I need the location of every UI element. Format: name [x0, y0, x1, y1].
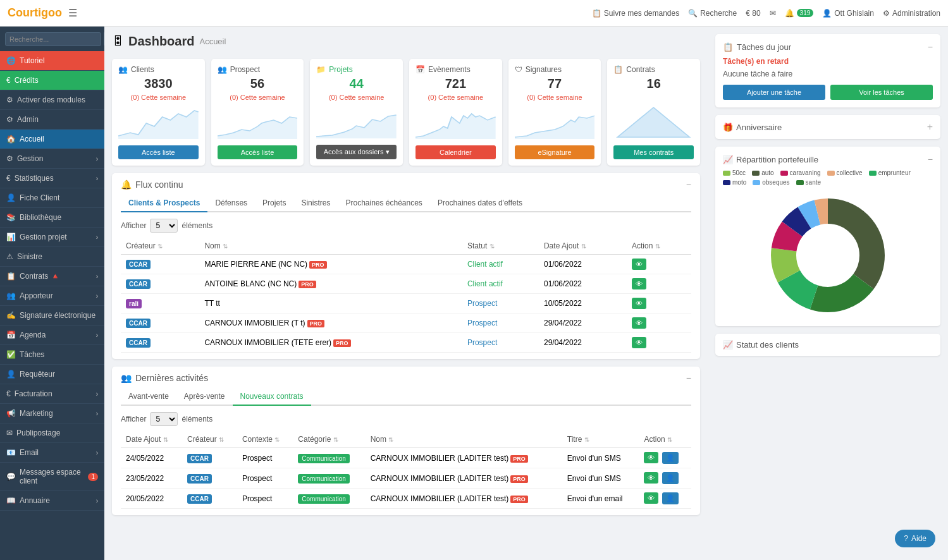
sidebar-item-annuaire[interactable]: 📖 Annuaire › — [0, 491, 104, 511]
prospect-btn[interactable]: Accès liste — [218, 145, 298, 159]
tab-projets[interactable]: Projets — [255, 195, 293, 212]
chevron-right-icon-email: › — [96, 449, 98, 456]
tab-apres-vente[interactable]: Après-vente — [176, 388, 233, 406]
sidebar-item-gestion-projet[interactable]: 📊 Gestion projet › — [0, 228, 104, 247]
pro-badge: PRO — [333, 339, 351, 347]
tab-sinistres[interactable]: Sinistres — [293, 195, 338, 212]
sidebar-item-statistiques[interactable]: € Statistiques › — [0, 169, 104, 188]
legend-auto: auto — [752, 169, 773, 176]
portfolio-close-icon[interactable]: − — [928, 154, 933, 164]
sidebar-item-marketing[interactable]: 📢 Marketing › — [0, 404, 104, 423]
user-act-btn[interactable]: 👤 — [662, 452, 679, 464]
search-input[interactable] — [5, 32, 101, 46]
cell-name: CARNOUX IMMOBILIER (T t)PRO — [199, 313, 462, 333]
client-icon: 👤 — [6, 193, 16, 202]
tab-dates-effets[interactable]: Prochaines dates d'effets — [430, 195, 530, 212]
sidebar-item-accueil[interactable]: 🏠 Accueil — [0, 130, 104, 149]
sidebar-item-credits[interactable]: € Crédits — [0, 71, 104, 90]
hamburger-icon[interactable]: ☰ — [68, 7, 77, 19]
portfolio-legend: 50cc auto caravaning collective emprunte… — [723, 169, 933, 186]
cell-date: 01/06/2022 — [539, 255, 627, 274]
recherche-btn[interactable]: 🔍 Recherche — [688, 9, 737, 18]
table-row: CCAR ANTOINE BLANC (NC NC)PRO Client act… — [121, 274, 691, 294]
creator-badge: CCAR — [126, 319, 151, 328]
cell-date: 01/06/2022 — [539, 274, 627, 294]
flux-show-select[interactable]: 51025 — [150, 219, 178, 233]
status-icon: 📈 — [723, 340, 733, 350]
signatures-btn[interactable]: eSignature — [515, 145, 595, 159]
view-btn[interactable]: 👁 — [632, 317, 646, 329]
sidebar-item-admin[interactable]: ⚙ Admin — [0, 110, 104, 130]
view-btn[interactable]: 👁 — [632, 278, 646, 289]
sidebar-item-bibliotheque[interactable]: 📚 Bibliothèque — [0, 208, 104, 228]
tasks-close-icon[interactable]: − — [928, 42, 933, 52]
sort-date-icon[interactable]: ⇅ — [581, 243, 586, 250]
stat-card-signatures: 🛡 Signatures 77 (0) Cette semaine eSigna… — [508, 59, 601, 166]
clients-btn[interactable]: Accès liste — [118, 145, 199, 159]
view-act-btn[interactable]: 👁 — [644, 492, 658, 504]
admin-menu[interactable]: ⚙ Administration — [883, 9, 940, 18]
view-act-btn[interactable]: 👁 — [644, 472, 658, 484]
sidebar-item-modules[interactable]: ⚙ Activer des modules — [0, 90, 104, 110]
suivre-demandes[interactable]: 📋 Suivre mes demandes — [592, 9, 679, 18]
sidebar-item-fiche-client[interactable]: 👤 Fiche Client — [0, 188, 104, 208]
view-btn[interactable]: 👁 — [632, 298, 646, 309]
euro-label: € 80 — [746, 9, 760, 18]
projets-btn[interactable]: Accès aux dossiers ▾ — [316, 145, 397, 159]
activites-show-select[interactable]: 51025 — [150, 412, 178, 426]
th-nom-act: Nom ⇅ — [366, 431, 562, 448]
projets-title: Projets — [329, 65, 352, 74]
user-act-btn[interactable]: 👤 — [662, 492, 679, 504]
stat-cards-row: 👥 Clients 3830 (0) Cette semaine Accès l… — [112, 59, 700, 166]
view-tasks-button[interactable]: Voir les tâches — [830, 85, 933, 100]
svg-marker-1 — [218, 117, 298, 139]
sidebar-item-publipostage[interactable]: ✉ Publipostage — [0, 423, 104, 443]
cell-titre: Envoi d'un SMS — [562, 468, 639, 489]
sidebar-item-apporteur[interactable]: 👥 Apporteur › — [0, 286, 104, 306]
sidebar-item-messages[interactable]: 💬 Messages espace client 1 — [0, 463, 104, 491]
tab-nouveaux-contrats[interactable]: Nouveaux contrats — [233, 388, 311, 406]
sidebar-item-email[interactable]: 📧 Email › — [0, 443, 104, 463]
sort-createur-icon[interactable]: ⇅ — [157, 243, 163, 250]
sort-statut-icon[interactable]: ⇅ — [489, 243, 495, 250]
sort-action-icon[interactable]: ⇅ — [655, 243, 660, 250]
view-act-btn[interactable]: 👁 — [644, 452, 658, 463]
sidebar-item-signature[interactable]: ✍ Signature électronique — [0, 306, 104, 326]
flux-title: 🔔 Flux continu — [121, 180, 183, 190]
euro-icon: € — [6, 76, 11, 85]
evenements-btn[interactable]: Calendrier — [416, 145, 496, 159]
sidebar-item-agenda[interactable]: 📅 Agenda › — [0, 326, 104, 345]
sidebar-item-taches[interactable]: ✅ Tâches — [0, 345, 104, 365]
sidebar-item-tutoriel[interactable]: 🌐 Tutoriel — [0, 51, 104, 71]
tab-defenses[interactable]: Défenses — [207, 195, 255, 212]
euro-btn[interactable]: € 80 — [746, 9, 760, 18]
cell-date: 29/04/2022 — [539, 333, 627, 353]
view-btn[interactable]: 👁 — [632, 259, 646, 270]
tab-avant-vente[interactable]: Avant-vente — [121, 388, 176, 406]
tab-echeances[interactable]: Prochaines échéances — [338, 195, 429, 212]
sidebar-item-requeteur[interactable]: 👤 Requêteur — [0, 365, 104, 384]
notifs-btn[interactable]: 🔔 319 — [785, 9, 814, 18]
add-task-button[interactable]: Ajouter une tâche — [723, 85, 825, 100]
contrats-btn[interactable]: Mes contrats — [613, 145, 694, 159]
sidebar-item-facturation[interactable]: € Facturation › — [0, 384, 104, 404]
cell-creator: CCAR — [121, 333, 199, 353]
messages-btn[interactable]: ✉ — [770, 9, 776, 18]
page-title: Dashboard — [128, 34, 194, 49]
user-act-btn[interactable]: 👤 — [662, 472, 679, 484]
anniversary-add-icon[interactable]: + — [927, 121, 933, 133]
view-btn[interactable]: 👁 — [632, 337, 646, 348]
help-button[interactable]: ? Aide — [895, 530, 935, 547]
cell-action: 👁 — [627, 294, 691, 313]
activites-close-icon[interactable]: − — [686, 373, 691, 383]
sidebar-item-gestion[interactable]: ⚙ Gestion › — [0, 149, 104, 169]
flux-table: Créateur ⇅ Nom ⇅ Statut ⇅ Date Ajout ⇅ A… — [121, 238, 691, 353]
flux-close-icon[interactable]: − — [686, 180, 691, 190]
sidebar-item-sinistre[interactable]: ⚠ Sinistre — [0, 247, 104, 267]
user-menu[interactable]: 👤 Ott Ghislain — [822, 9, 874, 18]
sort-nom-icon[interactable]: ⇅ — [223, 243, 228, 250]
tab-clients-prospects[interactable]: Clients & Prospects — [121, 195, 207, 212]
sidebar-item-contrats[interactable]: 📋 Contrats 🔺 › — [0, 267, 104, 286]
stat-card-clients: 👥 Clients 3830 (0) Cette semaine Accès l… — [112, 59, 205, 166]
logo[interactable]: Courtigoo — [8, 6, 62, 20]
